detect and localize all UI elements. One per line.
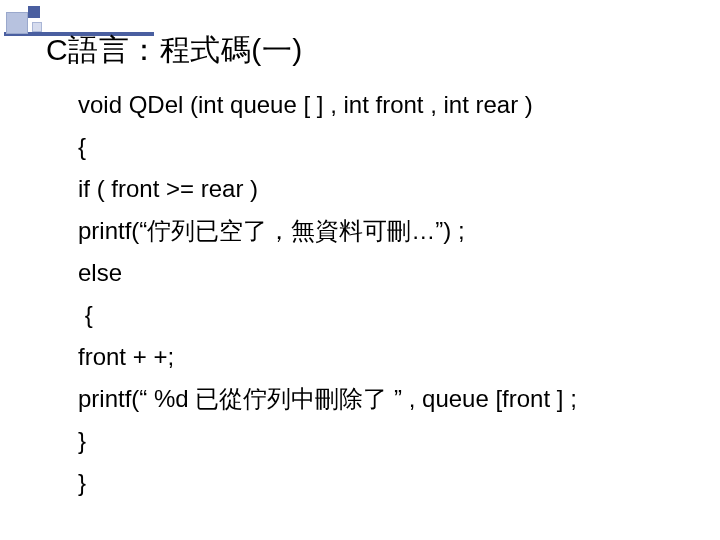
slide-title: C語言：程式碼(一) xyxy=(46,30,303,71)
code-line: if ( front >= rear ) xyxy=(78,168,690,210)
deco-square-medium xyxy=(28,6,40,18)
code-line: printf(“佇列已空了，無資料可刪…”) ; xyxy=(78,210,690,252)
code-line: printf(“ %d 已從佇列中刪除了 ” , queue [front ] … xyxy=(78,378,690,420)
code-line: } xyxy=(78,462,690,504)
deco-square-small xyxy=(32,22,42,32)
code-line: { xyxy=(78,126,690,168)
code-line: front + +; xyxy=(78,336,690,378)
code-line: void QDel (int queue [ ] , int front , i… xyxy=(78,84,690,126)
code-line: else xyxy=(78,252,690,294)
code-line: { xyxy=(78,294,690,336)
deco-square-large xyxy=(6,12,28,34)
slide: C語言：程式碼(一) void QDel (int queue [ ] , in… xyxy=(0,0,720,540)
code-block: void QDel (int queue [ ] , int front , i… xyxy=(78,84,690,504)
code-line: } xyxy=(78,420,690,462)
